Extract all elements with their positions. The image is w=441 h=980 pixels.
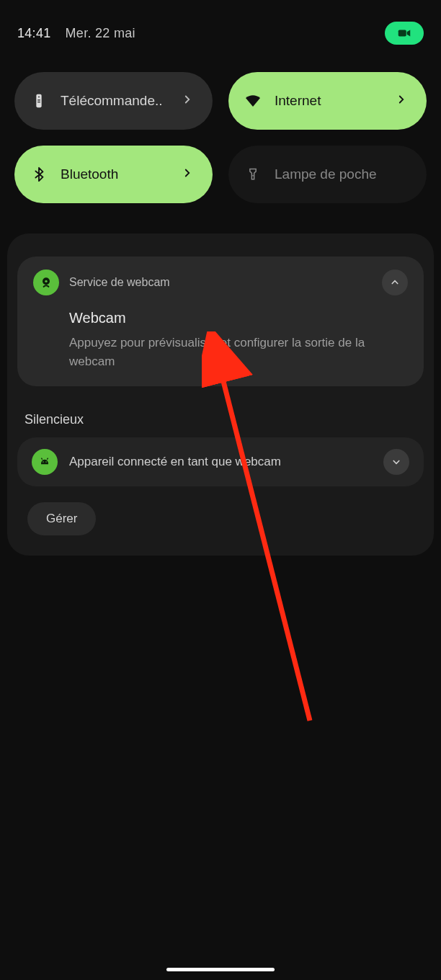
notification-panel: Service de webcam Webcam Appuyez pour pr… bbox=[7, 233, 434, 556]
silent-section-label: Silencieux bbox=[24, 412, 434, 427]
status-time: 14:41 bbox=[17, 26, 51, 41]
expand-button[interactable] bbox=[383, 449, 409, 475]
chevron-up-icon bbox=[388, 276, 401, 289]
chevron-right-icon bbox=[395, 93, 408, 110]
qs-internet[interactable]: Internet bbox=[228, 72, 427, 130]
qs-remote-control[interactable]: Télécommande.. bbox=[14, 72, 213, 130]
notification-title: Webcam bbox=[69, 310, 408, 326]
svg-rect-4 bbox=[37, 102, 40, 102]
svg-line-11 bbox=[47, 458, 48, 460]
svg-point-9 bbox=[45, 461, 47, 463]
qs-bluetooth-label: Bluetooth bbox=[61, 166, 168, 182]
svg-point-7 bbox=[45, 280, 47, 282]
notification-device-webcam[interactable]: Appareil connecté en tant que webcam bbox=[17, 437, 424, 486]
chevron-down-icon bbox=[390, 455, 403, 468]
gesture-bar[interactable] bbox=[166, 968, 275, 971]
quick-settings: Télécommande.. Internet Bluetooth Lampe … bbox=[0, 59, 441, 212]
notification-webcam[interactable]: Service de webcam Webcam Appuyez pour pr… bbox=[17, 257, 424, 386]
qs-flashlight-label: Lampe de poche bbox=[275, 166, 408, 182]
remote-icon bbox=[30, 93, 48, 109]
notification-compact-text: Appareil connecté en tant que webcam bbox=[69, 455, 372, 469]
svg-point-2 bbox=[38, 97, 40, 98]
qs-remote-label: Télécommande.. bbox=[61, 93, 168, 109]
flashlight-icon bbox=[244, 166, 262, 182]
qs-flashlight[interactable]: Lampe de poche bbox=[228, 146, 427, 203]
svg-point-8 bbox=[43, 461, 44, 463]
svg-line-10 bbox=[41, 458, 42, 460]
collapse-button[interactable] bbox=[382, 270, 408, 295]
notification-app-name: Service de webcam bbox=[69, 276, 372, 289]
status-date: Mer. 22 mai bbox=[66, 26, 135, 41]
qs-internet-label: Internet bbox=[275, 93, 382, 109]
wifi-icon bbox=[244, 92, 262, 110]
qs-bluetooth[interactable]: Bluetooth bbox=[14, 146, 213, 203]
svg-rect-3 bbox=[37, 99, 40, 100]
manage-button[interactable]: Gérer bbox=[27, 502, 96, 535]
svg-point-5 bbox=[252, 175, 254, 177]
status-bar: 14:41 Mer. 22 mai bbox=[0, 0, 441, 59]
chevron-right-icon bbox=[181, 93, 194, 110]
svg-rect-0 bbox=[398, 30, 406, 36]
chevron-right-icon bbox=[181, 166, 194, 183]
android-app-icon bbox=[32, 449, 58, 475]
camera-icon bbox=[396, 25, 412, 41]
notification-body: Appuyez pour prévisualiser et configurer… bbox=[69, 334, 408, 370]
bluetooth-icon bbox=[30, 166, 48, 182]
webcam-app-icon bbox=[33, 270, 59, 295]
camera-active-badge[interactable] bbox=[385, 22, 424, 45]
svg-rect-1 bbox=[36, 94, 41, 107]
